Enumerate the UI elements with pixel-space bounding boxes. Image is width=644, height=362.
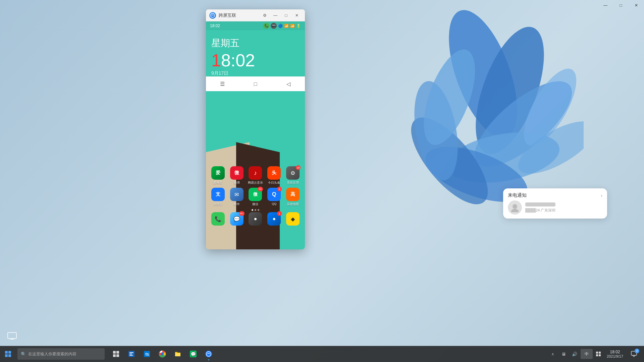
notification-center-button[interactable]: 2 xyxy=(627,347,641,361)
svg-rect-16 xyxy=(113,351,116,354)
taskbar-files[interactable] xyxy=(170,347,185,361)
wifi-icon: 📶 xyxy=(284,24,289,28)
notification-arrow: › xyxy=(601,193,602,198)
phone-clock-area: 星期五 18:02 9月17日 xyxy=(206,30,305,76)
phone-status-time: 18:02 xyxy=(210,23,220,28)
app-yellow[interactable]: ◆ xyxy=(284,212,301,227)
svg-rect-17 xyxy=(116,351,119,354)
phone-minimize-button[interactable]: — xyxy=(271,12,280,19)
app-alipay-label: 支付宝 xyxy=(213,202,222,206)
phone-home-button[interactable]: □ xyxy=(249,78,261,90)
phone-date: 9月17日 xyxy=(211,70,300,76)
app-circle2[interactable]: ● 1 xyxy=(266,212,282,227)
phone-maximize-button[interactable]: □ xyxy=(281,12,291,19)
phone-settings-button[interactable]: ⚙ xyxy=(260,12,269,19)
app-row-3: 📞 💬 99+ ● xyxy=(209,212,302,227)
svg-rect-34 xyxy=(596,354,598,356)
app-alipay[interactable]: 支 支付宝 xyxy=(210,188,226,206)
svg-rect-22 xyxy=(129,354,132,354)
taskbar-search[interactable]: 🔍 在这里输入你要搜索的内容 xyxy=(17,348,105,360)
app-mail-label: 邮件 xyxy=(234,202,240,206)
taskbar-crossscreen[interactable] xyxy=(201,347,216,361)
app-mail-icon: ✉ xyxy=(230,188,244,201)
windows-logo xyxy=(5,351,11,357)
taskbar-store[interactable]: 🛍 xyxy=(140,347,154,361)
app-iqiyi[interactable]: 爱 爱奇艺 xyxy=(210,166,226,185)
desktop-minimize-button[interactable]: — xyxy=(598,0,613,11)
network-icon: 🖥 xyxy=(561,352,566,357)
phone-back-button[interactable]: ◁ xyxy=(282,78,294,90)
app-sms-icon: 💬 99+ xyxy=(230,212,244,226)
battery-icon: 🔋 xyxy=(296,24,301,28)
app-toutiao[interactable]: 头 今日头条 xyxy=(266,166,282,185)
svg-rect-14 xyxy=(11,339,13,339)
clock-hour-red: 1 xyxy=(211,51,221,70)
notification-title-row: 来电通知 › xyxy=(508,192,602,198)
app-gaode-label: 高德地图 xyxy=(287,202,299,206)
caller-name-blurred xyxy=(525,202,555,206)
notification-title: 来电通知 xyxy=(508,192,527,198)
notification-content: ████24 广东深圳 xyxy=(525,202,602,213)
app-circle2-badge: 1 xyxy=(277,211,282,216)
taskbar-news[interactable] xyxy=(124,347,139,361)
notification-count-badge: 2 xyxy=(635,349,639,353)
taskbar-taskview[interactable] xyxy=(109,347,123,361)
phone-nav-bar: ☰ □ ◁ xyxy=(206,76,305,91)
desktop-maximize-button[interactable]: □ xyxy=(613,0,629,11)
start-button[interactable] xyxy=(0,346,16,362)
app-phone[interactable]: 📞 xyxy=(210,212,226,227)
phone-menu-button[interactable]: ☰ xyxy=(216,78,228,90)
phone-call-status-icon: 📞 xyxy=(263,23,269,29)
app-qq-label: QQ xyxy=(272,202,276,205)
phone-clock: 18:02 xyxy=(211,52,300,69)
app-gaode[interactable]: 高 高德地图 xyxy=(284,188,301,206)
app-row-2: 支 支付宝 ✉ 邮件 微 99+ 微信 xyxy=(209,188,302,206)
phone-titlebar-buttons: ⚙ — □ ✕ xyxy=(260,12,302,19)
app-circle2-icon: ● 1 xyxy=(267,212,281,226)
taskview-icon xyxy=(113,351,119,357)
phone-window-titlebar: 跨屏互联 ⚙ — □ ✕ xyxy=(206,9,305,21)
notification-panel[interactable]: 来电通知 › ████24 广东深圳 xyxy=(503,188,607,219)
desktop-close-button[interactable]: ✕ xyxy=(629,0,644,11)
app-sms[interactable]: 💬 99+ xyxy=(228,212,245,227)
ime-icon[interactable] xyxy=(593,352,603,356)
taskbar-wechat[interactable]: 💬 xyxy=(186,347,201,361)
svg-rect-33 xyxy=(599,352,601,354)
phone-close-button[interactable]: ✕ xyxy=(292,12,302,19)
clock-rest: 8:02 xyxy=(221,51,255,70)
taskbar-clock[interactable]: 18:02 2021/9/17 xyxy=(604,346,626,362)
app-system[interactable]: ⚙ 29 系统应用 xyxy=(284,166,301,185)
caller-location: ████24 广东深圳 xyxy=(525,208,602,213)
svg-text:🛍: 🛍 xyxy=(145,352,149,357)
app-qq-badge: 8 xyxy=(277,187,282,191)
svg-point-10 xyxy=(211,13,215,17)
phone-apps-grid: 爱 爱奇艺 微 微博 ♪ 网易云音乐 xyxy=(206,166,305,229)
input-method-indicator[interactable]: 中 xyxy=(581,349,593,359)
app-netease-icon: ♪ xyxy=(249,166,262,180)
app-mail[interactable]: ✉ 邮件 xyxy=(228,188,245,206)
search-placeholder: 在这里输入你要搜索的内容 xyxy=(28,351,76,357)
app-weibo[interactable]: 微 微博 xyxy=(228,166,245,185)
svg-point-11 xyxy=(513,204,517,209)
svg-rect-19 xyxy=(116,354,119,357)
dot-1 xyxy=(252,209,253,211)
svg-rect-18 xyxy=(113,354,116,357)
volume-icon: 🔊 xyxy=(572,352,577,357)
app-netease[interactable]: ♪ 网易云音乐 xyxy=(247,166,264,185)
phone-window-title: 跨屏互联 xyxy=(219,12,257,18)
app-qq[interactable]: Q 8 QQ xyxy=(266,188,282,206)
taskbar-app-icons: 🛍 💬 xyxy=(109,347,216,361)
tray-network[interactable]: 🖥 xyxy=(559,352,569,357)
desktop-window-controls: — □ ✕ xyxy=(598,0,644,11)
clock-date: 2021/9/17 xyxy=(607,354,623,358)
desktop-icon[interactable] xyxy=(5,328,19,343)
tray-expand-button[interactable]: ∧ xyxy=(547,351,558,358)
app-circle1[interactable]: ● xyxy=(247,212,264,227)
tray-volume[interactable]: 🔊 xyxy=(569,352,580,357)
chrome-icon xyxy=(159,350,166,358)
notification-body: ████24 广东深圳 xyxy=(508,200,602,215)
app-wechat[interactable]: 微 99+ 微信 xyxy=(247,188,264,206)
taskbar-chrome[interactable] xyxy=(155,347,170,361)
news-icon xyxy=(128,350,135,358)
svg-rect-13 xyxy=(8,333,16,339)
